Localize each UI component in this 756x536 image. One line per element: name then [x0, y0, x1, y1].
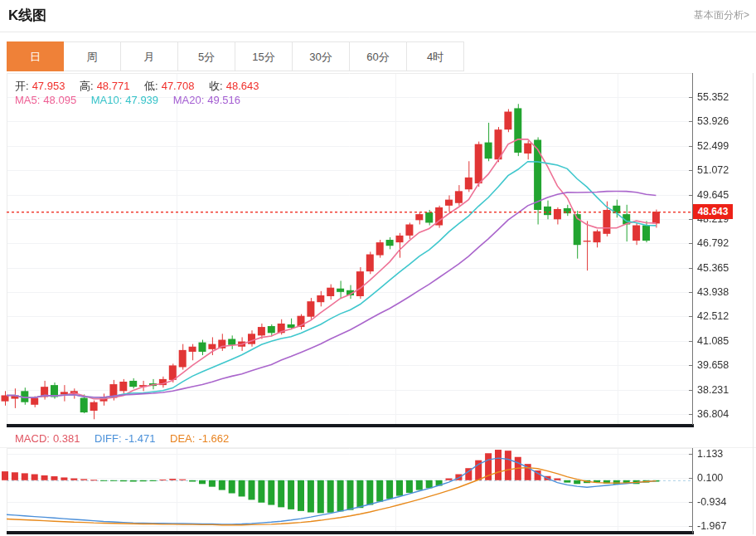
low-label: 低: [144, 80, 158, 92]
high-value: 48.771 [97, 80, 130, 92]
page-title: K线图 [8, 6, 46, 25]
price-axis-label: 43.938 [697, 286, 729, 298]
price-axis-label: 49.645 [697, 189, 729, 201]
widget-right-border [753, 73, 754, 534]
tab-月[interactable]: 月 [121, 41, 178, 71]
high-label: 高: [80, 80, 94, 92]
macd-info-row: MACD:0.381 DIFF:-1.471 DEA:-1.662 [15, 432, 232, 445]
ma-info-row: MA5:48.095 MA10:47.939 MA20:49.516 [15, 94, 244, 106]
dea-value: -1.662 [198, 432, 229, 445]
tab-4时[interactable]: 4时 [407, 41, 464, 71]
macd-axis-label: -1.967 [697, 520, 726, 532]
price-axis-label: 45.365 [697, 262, 729, 274]
tab-30分[interactable]: 30分 [293, 41, 350, 71]
close-label: 收: [209, 80, 223, 92]
ma20-label: MA20: [173, 94, 205, 106]
macd-value: 0.381 [53, 432, 80, 445]
macd-axis-label: 1.133 [697, 448, 723, 460]
header-divider [0, 32, 756, 32]
ohlc-info-row: 开:47.953 高:48.771 低:47.708 收:48.643 [15, 79, 262, 94]
price-axis-label: 38.231 [697, 384, 729, 396]
tab-日[interactable]: 日 [7, 41, 64, 71]
dea-label: DEA: [170, 432, 195, 445]
fundamental-analysis-link[interactable]: 基本面分析> [694, 8, 749, 22]
diff-value: -1.471 [125, 432, 156, 445]
price-axis-label: 52.499 [697, 140, 729, 152]
close-value: 48.643 [226, 80, 259, 92]
price-axis-label: 53.926 [697, 115, 729, 127]
ma10-label: MA10: [91, 94, 123, 106]
diff-label: DIFF: [94, 432, 122, 445]
ma5-label: MA5: [15, 94, 40, 106]
price-axis-label: 55.352 [697, 91, 729, 103]
tab-周[interactable]: 周 [64, 41, 121, 71]
price-axis-label: 41.085 [697, 335, 729, 347]
price-axis-label: 46.792 [697, 237, 729, 249]
tab-15分[interactable]: 15分 [235, 41, 293, 71]
period-tabbar: 日周月5分15分30分60分4时 [7, 41, 464, 71]
ma20-value: 49.516 [207, 94, 240, 106]
price-axis-label: 39.658 [697, 359, 729, 371]
macd-axis-label: -0.934 [697, 496, 726, 508]
price-axis-label: 51.072 [697, 164, 729, 176]
last-price-tag: 48.643 [693, 204, 733, 219]
price-axis-label: 42.512 [697, 310, 729, 322]
open-value: 47.953 [32, 80, 65, 92]
macd-axis-label: 0.100 [697, 472, 723, 484]
macd-label: MACD: [15, 432, 50, 445]
ma5-value: 48.095 [43, 94, 76, 106]
kline-widget: K线图 基本面分析> 日周月5分15分30分60分4时 开:47.953 高:4… [0, 0, 756, 536]
low-value: 47.708 [162, 80, 195, 92]
price-axis-label: 36.804 [697, 408, 729, 420]
ma10-value: 47.939 [125, 94, 158, 106]
tab-60分[interactable]: 60分 [350, 41, 407, 71]
tab-5分[interactable]: 5分 [178, 41, 235, 71]
open-label: 开: [15, 80, 29, 92]
